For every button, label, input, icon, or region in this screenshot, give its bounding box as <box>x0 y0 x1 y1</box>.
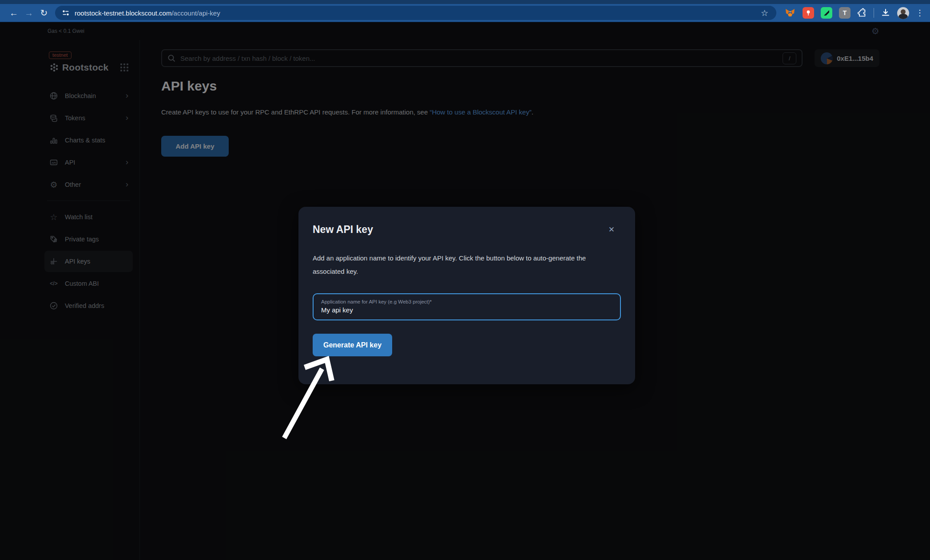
modal-body-text: Add an application name to identify your… <box>313 252 616 278</box>
toolbar-divider <box>874 8 874 18</box>
extensions-puzzle-icon[interactable] <box>857 8 867 18</box>
url-path: /account/api-key <box>171 9 220 17</box>
reload-icon[interactable]: ↻ <box>36 8 52 18</box>
pin-extension-icon[interactable] <box>803 7 814 19</box>
api-key-name-input[interactable] <box>321 306 612 314</box>
site-settings-icon[interactable] <box>61 8 70 17</box>
new-api-key-modal: New API key ✕ Add an application name to… <box>298 207 635 384</box>
t-extension-letter: T <box>843 9 847 16</box>
modal-title: New API key <box>313 224 373 236</box>
api-key-name-field[interactable]: Application name for API key (e.g Web3 p… <box>313 293 621 320</box>
check-extension-icon[interactable] <box>821 7 832 19</box>
window-frame <box>0 0 930 4</box>
browser-toolbar: ← → ↻ rootstock-testnet.blockscout.com/a… <box>0 4 930 22</box>
close-icon[interactable]: ✕ <box>608 225 615 234</box>
generate-api-key-button[interactable]: Generate API key <box>313 334 392 356</box>
browser-chrome: ← → ↻ rootstock-testnet.blockscout.com/a… <box>0 0 930 22</box>
download-icon[interactable] <box>881 8 890 18</box>
metamask-extension-icon[interactable] <box>784 7 796 19</box>
browser-menu-kebab-icon[interactable]: ⋮ <box>916 8 924 18</box>
address-bar[interactable]: rootstock-testnet.blockscout.com/account… <box>55 6 776 20</box>
t-extension-icon[interactable]: T <box>839 7 851 19</box>
api-key-name-label: Application name for API key (e.g Web3 p… <box>321 299 612 304</box>
forward-icon[interactable]: → <box>21 8 36 18</box>
back-icon[interactable]: ← <box>6 8 21 18</box>
browser-profile-avatar[interactable] <box>897 7 909 19</box>
url-text[interactable]: rootstock-testnet.blockscout.com/account… <box>75 9 220 17</box>
url-domain: rootstock-testnet.blockscout.com <box>75 9 171 17</box>
extension-icons: T ⋮ <box>784 7 924 19</box>
bookmark-star-icon[interactable]: ☆ <box>759 8 770 18</box>
